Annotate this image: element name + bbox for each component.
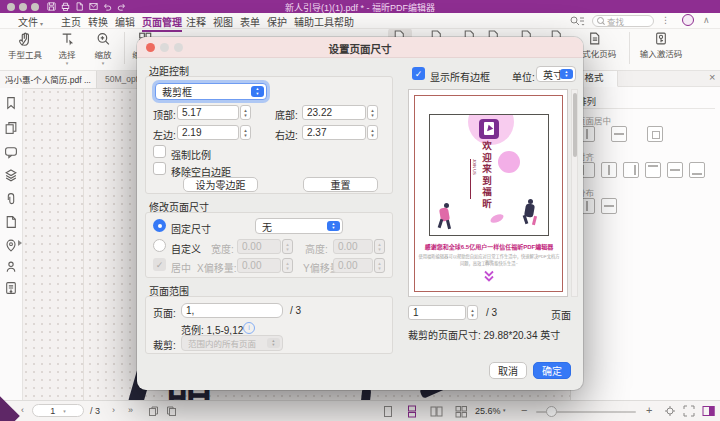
menu-form[interactable]: 表单: [240, 14, 260, 29]
layers-icon[interactable]: [4, 168, 18, 182]
previous-view-icon[interactable]: [148, 406, 159, 417]
previous-page-icon[interactable]: ‹: [21, 405, 24, 415]
distribute-vertical-icon[interactable]: [601, 198, 617, 214]
cancel-button[interactable]: 取消: [489, 362, 527, 379]
preview-page-stepper[interactable]: [467, 305, 478, 320]
close-icon[interactable]: [709, 72, 715, 82]
custom-size-radio[interactable]: [153, 239, 166, 252]
single-page-view-icon[interactable]: [382, 405, 394, 418]
panel-expand-handle[interactable]: [18, 240, 22, 246]
left-margin-field[interactable]: 2.19: [177, 125, 239, 140]
constrain-proportions-label: 强制比例: [171, 147, 211, 162]
four-page-view-icon[interactable]: [455, 405, 468, 418]
right-margin-stepper[interactable]: [367, 125, 378, 140]
hand-tool-button[interactable]: 手型工具: [4, 31, 46, 60]
zoom-out-icon[interactable]: −: [521, 404, 527, 416]
next-page-icon[interactable]: ›: [112, 405, 115, 415]
continuous-view-icon[interactable]: [406, 405, 418, 418]
scrollbar-thumb[interactable]: [573, 93, 577, 157]
right-margin-field[interactable]: 2.37: [302, 125, 366, 140]
menu-convert[interactable]: 转换: [88, 14, 108, 29]
select-text-icon: [60, 31, 75, 47]
set-zero-margin-button[interactable]: 设为零边距: [183, 177, 258, 192]
bookmark-icon[interactable]: [4, 96, 18, 110]
zoom-level-label[interactable]: 25.6%: [475, 406, 501, 416]
account-avatar[interactable]: [682, 14, 694, 26]
fixed-size-dropdown[interactable]: 无: [255, 218, 343, 234]
align-top-icon[interactable]: [645, 162, 661, 178]
menu-accessibility-tools[interactable]: 辅助工具: [294, 14, 334, 29]
zoom-in-icon[interactable]: +: [646, 404, 652, 416]
chevron-down-icon[interactable]: ▾: [503, 407, 506, 413]
preview-page-word: 页面: [551, 307, 571, 322]
height-label: 高度:: [305, 241, 328, 256]
panel-toggle-icon[interactable]: [702, 405, 715, 417]
field-list-icon[interactable]: [4, 281, 18, 295]
two-page-view-icon[interactable]: [430, 405, 443, 418]
top-margin-label: 顶部:: [153, 107, 176, 122]
menu-comment[interactable]: 注释: [186, 14, 206, 29]
dialog-title: 设置页面尺寸: [137, 41, 583, 56]
menu-view[interactable]: 视图: [213, 14, 233, 29]
destination-pin-icon[interactable]: [4, 238, 18, 252]
find-tool-icon[interactable]: [570, 16, 585, 26]
menu-page-management[interactable]: 页面管理: [142, 14, 182, 32]
preview-page-field[interactable]: 1: [408, 305, 466, 320]
width-stepper: [282, 239, 293, 254]
preview-scrollbar[interactable]: [571, 89, 578, 297]
info-icon[interactable]: [243, 322, 255, 334]
menu-help[interactable]: 帮助: [334, 14, 354, 29]
align-center-icon[interactable]: [601, 162, 617, 178]
left-margin-stepper[interactable]: [240, 125, 251, 140]
bottom-margin-label: 底部:: [275, 107, 298, 122]
zoom-slider-knob[interactable]: [546, 406, 557, 417]
hand-icon: [17, 31, 33, 47]
search-input[interactable]: 查找: [592, 15, 654, 27]
comment-icon[interactable]: [4, 145, 18, 159]
x-offset-field: 0.00: [237, 258, 281, 273]
bottom-margin-stepper[interactable]: [367, 105, 378, 120]
remove-white-margins-checkbox[interactable]: [153, 162, 166, 175]
fixed-size-radio[interactable]: [153, 219, 166, 232]
menu-file[interactable]: 文件: [18, 14, 43, 29]
dropdown-stepper-icon: [327, 221, 340, 231]
collapse-ribbon-icon[interactable]: ∧: [703, 15, 710, 25]
ok-button[interactable]: 确定: [533, 362, 571, 379]
align-bottom-icon[interactable]: [689, 162, 705, 178]
height-stepper: [374, 239, 385, 254]
last-page-icon[interactable]: »: [128, 405, 133, 415]
constrain-proportions-checkbox[interactable]: [153, 145, 166, 158]
align-middle-icon[interactable]: [667, 162, 683, 178]
unit-label: 单位:: [512, 69, 535, 84]
menu-edit[interactable]: 编辑: [115, 14, 135, 29]
format-panel: 格式 排列 页面居中 对齐 分布: [570, 68, 720, 400]
select-tool-button[interactable]: 选择 ▾: [52, 31, 82, 66]
overflow-menu-icon[interactable]: ⋮: [661, 15, 670, 25]
page-range-input[interactable]: 1,: [181, 303, 283, 318]
menu-home[interactable]: 主页: [61, 14, 81, 29]
doc-tab-resume[interactable]: 冯小惠-个人简历.pdf ...: [0, 70, 97, 88]
box-type-dropdown[interactable]: 裁剪框: [155, 83, 267, 100]
top-margin-stepper[interactable]: [240, 105, 251, 120]
next-view-icon[interactable]: [166, 406, 177, 417]
pages-icon[interactable]: [4, 121, 18, 135]
fullscreen-icon[interactable]: [683, 405, 695, 417]
preview-body-line2: 问题，高效工作方能快乐生活~: [418, 260, 561, 266]
reset-button[interactable]: 重置: [303, 177, 378, 192]
center-vertical-icon[interactable]: [611, 126, 627, 142]
signature-icon[interactable]: [4, 260, 18, 274]
page-icon[interactable]: [4, 215, 18, 229]
fit-page-icon[interactable]: [664, 405, 676, 417]
page-number-input[interactable]: 1▾: [32, 404, 84, 417]
page-size-dialog: 设置页面尺寸 边距控制 裁剪框 顶部: 5.17 底部: 23.22 左边: 2…: [137, 37, 583, 390]
zoom-tool-button[interactable]: 缩放 ▾: [88, 31, 118, 66]
top-margin-field[interactable]: 5.17: [177, 105, 239, 120]
show-all-boxes-checkbox[interactable]: [412, 67, 425, 80]
unit-dropdown[interactable]: 英寸: [536, 66, 576, 82]
center-both-icon[interactable]: [647, 126, 663, 142]
menu-protect[interactable]: 保护: [267, 14, 287, 29]
enter-activation-code-button[interactable]: 输入激活码: [633, 31, 689, 59]
align-right-icon[interactable]: [623, 162, 639, 178]
bottom-margin-field[interactable]: 23.22: [302, 105, 366, 120]
attachment-icon[interactable]: [4, 192, 18, 206]
